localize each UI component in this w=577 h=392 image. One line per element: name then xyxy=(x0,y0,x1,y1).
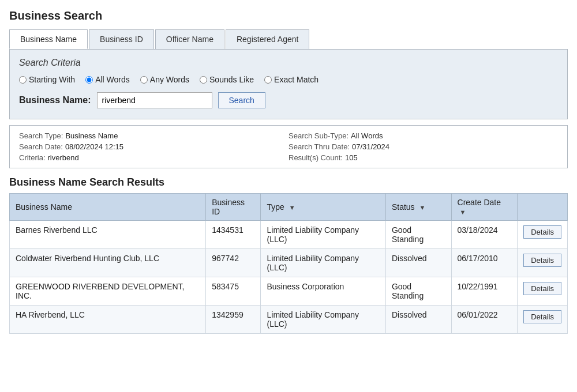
results-header-row: Business Name Business ID Type ▼ Status … xyxy=(10,194,568,221)
search-thru-date-row: Search Thru Date: 07/31/2024 xyxy=(288,142,558,151)
col-actions xyxy=(518,194,568,221)
search-type-value: Business Name xyxy=(65,131,118,140)
result-create-date: 06/17/2010 xyxy=(451,249,518,277)
search-date-value: 08/02/2024 12:15 xyxy=(65,142,123,151)
result-type: Limited Liability Company (LLC) xyxy=(261,306,385,334)
business-name-label: Business Name: xyxy=(19,95,91,105)
details-button[interactable]: Details xyxy=(523,310,561,323)
result-action-cell: Details xyxy=(518,277,568,306)
table-row: Barnes Riverbend LLC1434531Limited Liabi… xyxy=(10,221,568,249)
result-type: Limited Liability Company (LLC) xyxy=(261,249,385,277)
result-action-cell: Details xyxy=(518,221,568,249)
result-business-name: HA Riverbend, LLC xyxy=(10,306,206,334)
tabs-bar: Business Name Business ID Officer Name R… xyxy=(9,29,568,49)
tab-officer-name[interactable]: Officer Name xyxy=(155,29,224,49)
result-business-id: 1434531 xyxy=(206,221,261,249)
col-create-date[interactable]: Create Date ▼ xyxy=(451,194,518,221)
search-count-label: Result(s) Count: xyxy=(288,153,343,162)
type-sort-icon: ▼ xyxy=(289,204,295,211)
result-status: Dissolved xyxy=(385,306,451,334)
details-button[interactable]: Details xyxy=(523,225,561,239)
results-title: Business Name Search Results xyxy=(9,176,568,189)
result-business-id: 583475 xyxy=(206,277,261,306)
search-sub-type-value: All Words xyxy=(351,131,383,140)
search-sub-type-label: Search Sub-Type: xyxy=(288,131,349,140)
search-criteria-row: Criteria: riverbend xyxy=(19,153,288,162)
result-type: Limited Liability Company (LLC) xyxy=(261,221,385,249)
radio-any-words[interactable]: Any Words xyxy=(140,75,189,84)
details-button[interactable]: Details xyxy=(523,254,561,267)
search-type-row: Search Type: Business Name xyxy=(19,131,288,140)
search-info-box: Search Type: Business Name Search Sub-Ty… xyxy=(9,125,568,168)
details-button[interactable]: Details xyxy=(523,282,561,295)
result-create-date: 10/22/1991 xyxy=(451,277,518,306)
result-business-name: Coldwater Riverbend Hunting Club, LLC xyxy=(10,249,206,277)
search-thru-date-value: 07/31/2024 xyxy=(352,142,389,151)
result-type: Business Corporation xyxy=(261,277,385,306)
page-title: Business Search xyxy=(9,9,568,22)
table-row: HA Riverbend, LLC1342959Limited Liabilit… xyxy=(10,306,568,334)
result-business-name: GREENWOOD RIVERBEND DEVELOPMENT, INC. xyxy=(10,277,206,306)
search-thru-date-label: Search Thru Date: xyxy=(288,142,350,151)
result-create-date: 03/18/2024 xyxy=(451,221,518,249)
tab-business-id[interactable]: Business ID xyxy=(89,29,154,49)
col-business-name: Business Name xyxy=(10,194,206,221)
results-table-body: Barnes Riverbend LLC1434531Limited Liabi… xyxy=(10,221,568,334)
tab-registered-agent[interactable]: Registered Agent xyxy=(226,29,309,49)
table-row: GREENWOOD RIVERBEND DEVELOPMENT, INC.583… xyxy=(10,277,568,306)
result-status: Good Standing xyxy=(385,221,451,249)
col-status[interactable]: Status ▼ xyxy=(385,194,451,221)
result-status: Good Standing xyxy=(385,277,451,306)
search-sub-type-row: Search Sub-Type: All Words xyxy=(288,131,558,140)
search-info-grid: Search Type: Business Name Search Sub-Ty… xyxy=(19,131,558,162)
result-status: Dissolved xyxy=(385,249,451,277)
radio-starting-with[interactable]: Starting With xyxy=(19,75,75,84)
status-sort-icon: ▼ xyxy=(419,204,426,211)
search-type-label: Search Type: xyxy=(19,131,63,140)
create-date-sort-icon: ▼ xyxy=(460,209,466,216)
results-table-header: Business Name Business ID Type ▼ Status … xyxy=(10,194,568,221)
search-button[interactable]: Search xyxy=(218,92,265,108)
search-criteria-info-value: riverbend xyxy=(48,153,79,162)
result-business-name: Barnes Riverbend LLC xyxy=(10,221,206,249)
search-row: Business Name: Search xyxy=(19,92,558,108)
search-criteria-label: Search Criteria xyxy=(19,58,558,68)
search-date-row: Search Date: 08/02/2024 12:15 xyxy=(19,142,288,151)
result-business-id: 967742 xyxy=(206,249,261,277)
results-table: Business Name Business ID Type ▼ Status … xyxy=(9,193,568,334)
search-criteria-info-label: Criteria: xyxy=(19,153,46,162)
tab-business-name[interactable]: Business Name xyxy=(9,29,88,49)
business-name-input[interactable] xyxy=(97,92,212,108)
radio-sounds-like[interactable]: Sounds Like xyxy=(200,75,254,84)
radio-exact-match[interactable]: Exact Match xyxy=(264,75,319,84)
table-row: Coldwater Riverbend Hunting Club, LLC967… xyxy=(10,249,568,277)
result-business-id: 1342959 xyxy=(206,306,261,334)
search-date-label: Search Date: xyxy=(19,142,63,151)
col-business-id: Business ID xyxy=(206,194,261,221)
radio-all-words[interactable]: All Words xyxy=(85,75,130,84)
search-count-row: Result(s) Count: 105 xyxy=(288,153,558,162)
result-action-cell: Details xyxy=(518,249,568,277)
search-criteria-radio-group: Starting With All Words Any Words Sounds… xyxy=(19,75,558,84)
search-panel: Search Criteria Starting With All Words … xyxy=(9,49,568,119)
result-action-cell: Details xyxy=(518,306,568,334)
search-count-value: 105 xyxy=(345,153,358,162)
col-type[interactable]: Type ▼ xyxy=(261,194,385,221)
result-create-date: 06/01/2022 xyxy=(451,306,518,334)
